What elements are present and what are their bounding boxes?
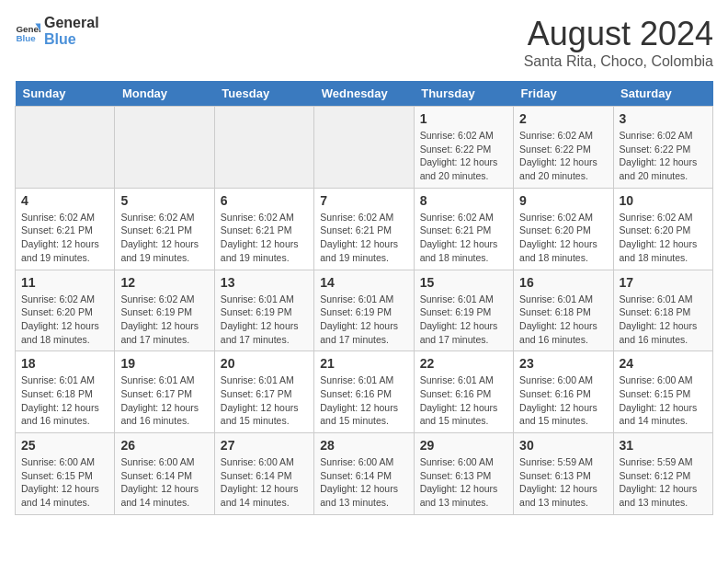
day-info: Sunrise: 6:00 AM Sunset: 6:14 PM Dayligh… [320, 455, 407, 510]
day-info: Sunrise: 6:02 AM Sunset: 6:19 PM Dayligh… [120, 293, 208, 347]
day-number: 5 [120, 193, 208, 208]
day-number: 9 [519, 193, 607, 208]
day-info: Sunrise: 6:01 AM Sunset: 6:18 PM Dayligh… [620, 293, 707, 347]
day-info: Sunrise: 6:00 AM Sunset: 6:14 PM Dayligh… [120, 455, 208, 510]
day-cell [314, 107, 414, 189]
day-cell: 23Sunrise: 6:00 AM Sunset: 6:16 PM Dayli… [514, 351, 613, 433]
day-info: Sunrise: 6:01 AM Sunset: 6:16 PM Dayligh… [320, 373, 407, 428]
day-cell: 2Sunrise: 6:02 AM Sunset: 6:22 PM Daylig… [514, 107, 613, 189]
day-info: Sunrise: 6:02 AM Sunset: 6:22 PM Dayligh… [420, 129, 507, 183]
col-header-tuesday: Tuesday [214, 81, 313, 107]
day-cell: 17Sunrise: 6:01 AM Sunset: 6:18 PM Dayli… [613, 270, 712, 351]
day-info: Sunrise: 6:01 AM Sunset: 6:19 PM Dayligh… [221, 293, 308, 347]
day-cell: 21Sunrise: 6:01 AM Sunset: 6:16 PM Dayli… [314, 351, 414, 433]
day-cell: 5Sunrise: 6:02 AM Sunset: 6:21 PM Daylig… [115, 188, 214, 270]
day-number: 11 [21, 275, 108, 290]
day-cell: 18Sunrise: 6:01 AM Sunset: 6:18 PM Dayli… [16, 351, 115, 433]
day-cell: 29Sunrise: 6:00 AM Sunset: 6:13 PM Dayli… [414, 433, 513, 515]
month-title: August 2024 [524, 15, 713, 53]
col-header-friday: Friday [514, 81, 613, 107]
week-row-2: 4Sunrise: 6:02 AM Sunset: 6:21 PM Daylig… [16, 188, 713, 270]
col-header-wednesday: Wednesday [314, 81, 414, 107]
day-info: Sunrise: 6:01 AM Sunset: 6:17 PM Dayligh… [221, 373, 308, 428]
title-area: August 2024 Santa Rita, Choco, Colombia [524, 15, 713, 70]
day-number: 29 [420, 438, 507, 453]
day-cell: 3Sunrise: 6:02 AM Sunset: 6:22 PM Daylig… [613, 107, 712, 189]
day-cell: 10Sunrise: 6:02 AM Sunset: 6:20 PM Dayli… [613, 188, 712, 270]
day-cell: 20Sunrise: 6:01 AM Sunset: 6:17 PM Dayli… [214, 351, 313, 433]
col-header-saturday: Saturday [613, 81, 712, 107]
day-info: Sunrise: 6:02 AM Sunset: 6:22 PM Dayligh… [620, 129, 707, 183]
day-info: Sunrise: 6:02 AM Sunset: 6:21 PM Dayligh… [320, 211, 407, 265]
day-cell: 31Sunrise: 5:59 AM Sunset: 6:12 PM Dayli… [613, 433, 712, 515]
day-number: 24 [620, 356, 707, 371]
logo-icon: General Blue [15, 18, 40, 44]
day-number: 17 [620, 275, 707, 290]
day-number: 10 [620, 193, 707, 208]
day-number: 8 [420, 193, 507, 208]
day-number: 19 [120, 356, 208, 371]
day-cell [214, 107, 313, 189]
day-info: Sunrise: 6:02 AM Sunset: 6:21 PM Dayligh… [221, 211, 308, 265]
day-info: Sunrise: 6:02 AM Sunset: 6:21 PM Dayligh… [120, 211, 208, 265]
day-info: Sunrise: 6:00 AM Sunset: 6:13 PM Dayligh… [420, 455, 507, 510]
page-header: General Blue General Blue August 2024 Sa… [15, 15, 713, 70]
day-info: Sunrise: 6:01 AM Sunset: 6:17 PM Dayligh… [120, 373, 208, 428]
col-header-sunday: Sunday [16, 81, 115, 107]
day-info: Sunrise: 6:02 AM Sunset: 6:20 PM Dayligh… [519, 211, 607, 265]
day-info: Sunrise: 6:01 AM Sunset: 6:18 PM Dayligh… [519, 293, 607, 347]
week-row-4: 18Sunrise: 6:01 AM Sunset: 6:18 PM Dayli… [16, 351, 713, 433]
day-cell [16, 107, 115, 189]
day-cell: 15Sunrise: 6:01 AM Sunset: 6:19 PM Dayli… [414, 270, 513, 351]
week-row-1: 1Sunrise: 6:02 AM Sunset: 6:22 PM Daylig… [16, 107, 713, 189]
logo-blue: Blue [44, 31, 99, 48]
day-cell: 4Sunrise: 6:02 AM Sunset: 6:21 PM Daylig… [16, 188, 115, 270]
day-number: 7 [320, 193, 407, 208]
day-info: Sunrise: 6:01 AM Sunset: 6:19 PM Dayligh… [420, 293, 507, 347]
calendar-table: SundayMondayTuesdayWednesdayThursdayFrid… [15, 81, 713, 515]
day-cell: 7Sunrise: 6:02 AM Sunset: 6:21 PM Daylig… [314, 188, 414, 270]
day-info: Sunrise: 6:01 AM Sunset: 6:18 PM Dayligh… [21, 373, 108, 428]
day-number: 31 [620, 438, 707, 453]
day-info: Sunrise: 6:02 AM Sunset: 6:21 PM Dayligh… [21, 211, 108, 265]
day-number: 25 [21, 438, 108, 453]
day-cell: 24Sunrise: 6:00 AM Sunset: 6:15 PM Dayli… [613, 351, 712, 433]
day-cell [115, 107, 214, 189]
day-cell: 19Sunrise: 6:01 AM Sunset: 6:17 PM Dayli… [115, 351, 214, 433]
header-row: SundayMondayTuesdayWednesdayThursdayFrid… [16, 81, 713, 107]
day-cell: 12Sunrise: 6:02 AM Sunset: 6:19 PM Dayli… [115, 270, 214, 351]
day-number: 20 [221, 356, 308, 371]
day-cell: 25Sunrise: 6:00 AM Sunset: 6:15 PM Dayli… [16, 433, 115, 515]
day-info: Sunrise: 6:02 AM Sunset: 6:21 PM Dayligh… [420, 211, 507, 265]
day-info: Sunrise: 6:00 AM Sunset: 6:14 PM Dayligh… [221, 455, 308, 510]
day-info: Sunrise: 6:02 AM Sunset: 6:20 PM Dayligh… [620, 211, 707, 265]
day-cell: 13Sunrise: 6:01 AM Sunset: 6:19 PM Dayli… [214, 270, 313, 351]
day-info: Sunrise: 6:00 AM Sunset: 6:15 PM Dayligh… [21, 455, 108, 510]
week-row-5: 25Sunrise: 6:00 AM Sunset: 6:15 PM Dayli… [16, 433, 713, 515]
day-number: 13 [221, 275, 308, 290]
location-subtitle: Santa Rita, Choco, Colombia [524, 53, 713, 70]
day-info: Sunrise: 6:02 AM Sunset: 6:22 PM Dayligh… [519, 129, 607, 183]
col-header-monday: Monday [115, 81, 214, 107]
day-cell: 28Sunrise: 6:00 AM Sunset: 6:14 PM Dayli… [314, 433, 414, 515]
day-number: 14 [320, 275, 407, 290]
day-number: 2 [519, 111, 607, 126]
day-number: 22 [420, 356, 507, 371]
day-info: Sunrise: 6:01 AM Sunset: 6:19 PM Dayligh… [320, 293, 407, 347]
day-cell: 26Sunrise: 6:00 AM Sunset: 6:14 PM Dayli… [115, 433, 214, 515]
day-number: 30 [519, 438, 607, 453]
day-number: 26 [120, 438, 208, 453]
day-cell: 27Sunrise: 6:00 AM Sunset: 6:14 PM Dayli… [214, 433, 313, 515]
day-cell: 11Sunrise: 6:02 AM Sunset: 6:20 PM Dayli… [16, 270, 115, 351]
day-info: Sunrise: 6:02 AM Sunset: 6:20 PM Dayligh… [21, 293, 108, 347]
day-cell: 22Sunrise: 6:01 AM Sunset: 6:16 PM Dayli… [414, 351, 513, 433]
day-info: Sunrise: 5:59 AM Sunset: 6:12 PM Dayligh… [620, 455, 707, 510]
logo: General Blue General Blue [15, 15, 99, 48]
day-number: 23 [519, 356, 607, 371]
day-cell: 6Sunrise: 6:02 AM Sunset: 6:21 PM Daylig… [214, 188, 313, 270]
day-number: 6 [221, 193, 308, 208]
day-cell: 30Sunrise: 5:59 AM Sunset: 6:13 PM Dayli… [514, 433, 613, 515]
day-cell: 9Sunrise: 6:02 AM Sunset: 6:20 PM Daylig… [514, 188, 613, 270]
day-number: 1 [420, 111, 507, 126]
day-number: 18 [21, 356, 108, 371]
